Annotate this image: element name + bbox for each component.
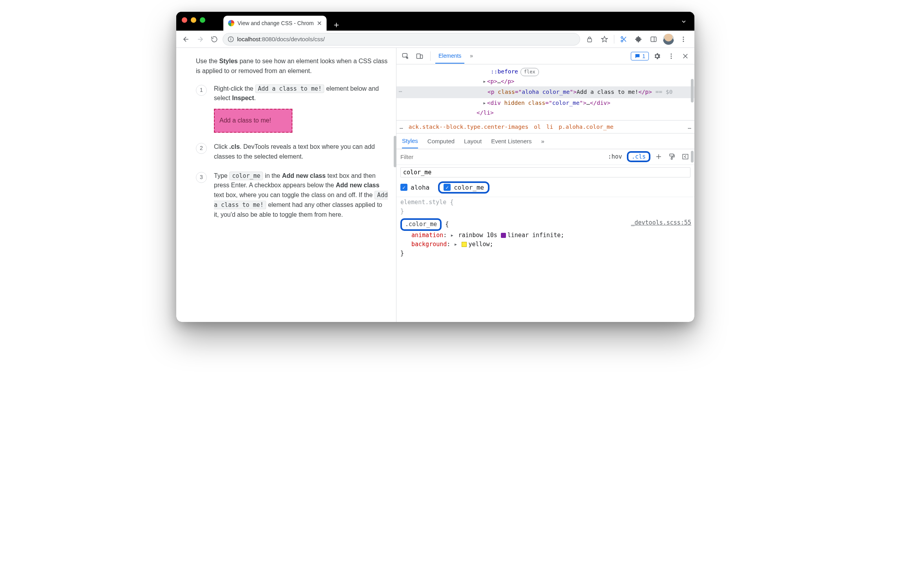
dom-scrollbar[interactable] xyxy=(691,65,694,118)
reload-button[interactable] xyxy=(208,33,220,45)
tab-more[interactable]: » xyxy=(541,138,544,144)
url-path: /docs/devtools/css/ xyxy=(275,36,325,42)
sidepanel-icon[interactable] xyxy=(648,34,659,45)
styles-filter-input[interactable] xyxy=(399,152,603,162)
titlebar: View and change CSS - Chrom ✕ ＋ xyxy=(176,12,694,31)
tab-layout[interactable]: Layout xyxy=(464,138,482,144)
close-window-button[interactable] xyxy=(182,17,187,23)
selected-dom-node[interactable]: <p class="aloha color_me">Add a class to… xyxy=(396,86,694,98)
back-button[interactable] xyxy=(180,33,192,45)
url-port: :8080 xyxy=(260,36,275,42)
styles-scrollbar[interactable] xyxy=(691,151,694,163)
url-host: localhost xyxy=(237,36,260,42)
tab-computed[interactable]: Computed xyxy=(427,138,455,144)
svg-rect-5 xyxy=(588,38,592,42)
address-bar[interactable]: localhost:8080/docs/devtools/css/ xyxy=(223,33,580,46)
svg-point-4 xyxy=(231,38,231,38)
color-swatch-icon[interactable] xyxy=(462,242,467,247)
kebab-icon[interactable] xyxy=(665,50,677,62)
kebab-menu-icon[interactable] xyxy=(678,34,689,45)
add-class-input[interactable] xyxy=(400,167,690,177)
hov-button[interactable]: :hov xyxy=(606,152,624,161)
profile-avatar[interactable] xyxy=(663,34,674,45)
window-controls xyxy=(182,17,205,23)
demo-element[interactable]: Add a class to me! xyxy=(214,109,292,133)
svg-point-19 xyxy=(671,53,672,55)
forward-button[interactable] xyxy=(194,33,206,45)
info-icon xyxy=(228,36,234,42)
class-toggle-aloha[interactable]: ✓ aloha xyxy=(400,184,429,191)
devtools-panel: Elements » 1 xyxy=(396,48,694,322)
dom-breadcrumb[interactable]: … ack.stack--block.type.center-images ol… xyxy=(396,120,694,133)
page-article: Use the Styles pane to see how an elemen… xyxy=(176,48,396,322)
crumb-item[interactable]: li xyxy=(546,124,553,130)
paint-icon[interactable] xyxy=(667,152,677,162)
styles-filter-row: :hov .cls xyxy=(396,149,694,165)
svg-rect-11 xyxy=(651,37,656,42)
zoom-window-button[interactable] xyxy=(200,17,205,23)
code-snippet: Add a class to me! xyxy=(255,84,325,93)
minimize-window-button[interactable] xyxy=(191,17,196,23)
svg-rect-17 xyxy=(417,54,420,58)
step-3: 3 Type color_me in the Add new class tex… xyxy=(196,171,388,220)
toolbar-right xyxy=(583,34,690,45)
chrome-favicon xyxy=(228,20,234,26)
cls-button[interactable]: .cls xyxy=(627,151,650,162)
tab-styles[interactable]: Styles xyxy=(402,137,418,148)
svg-rect-26 xyxy=(670,154,674,156)
rule-source-link[interactable]: _devtools.scss:55 xyxy=(631,218,691,227)
device-toggle-icon[interactable] xyxy=(414,50,425,62)
close-devtools-icon[interactable] xyxy=(679,50,691,62)
browser-tab[interactable]: View and change CSS - Chrom ✕ xyxy=(223,16,327,31)
style-rules[interactable]: element.style { } .color_me { _devtools.… xyxy=(396,197,694,261)
svg-rect-18 xyxy=(420,55,423,58)
svg-point-15 xyxy=(683,40,684,42)
tab-more[interactable]: » xyxy=(467,49,476,64)
add-rule-icon[interactable] xyxy=(654,152,664,162)
crumb-more-left[interactable]: … xyxy=(400,124,403,130)
new-tab-button[interactable]: ＋ xyxy=(331,19,342,31)
crumb-more-right[interactable]: … xyxy=(688,124,691,130)
svg-point-20 xyxy=(671,55,672,57)
share-icon[interactable] xyxy=(584,34,595,45)
inspect-icon[interactable] xyxy=(400,50,411,62)
tab-title: View and change CSS - Chrom xyxy=(237,20,314,26)
class-toggle-color-me[interactable]: ✓ color_me xyxy=(438,181,489,194)
close-tab-icon[interactable]: ✕ xyxy=(317,20,322,27)
class-toggles: ✓ aloha ✓ color_me xyxy=(396,180,694,197)
crumb-selected[interactable]: p.aloha.color_me xyxy=(559,124,614,130)
extensions-icon[interactable] xyxy=(633,34,644,45)
scissors-icon[interactable] xyxy=(618,34,629,45)
tab-event-listeners[interactable]: Event Listeners xyxy=(491,138,531,144)
crumb-item[interactable]: ack.stack--block.type.center-images xyxy=(409,124,529,130)
checkbox-checked-icon: ✓ xyxy=(444,184,451,191)
chevron-down-icon[interactable] xyxy=(678,16,690,27)
styles-subtabs: Styles Computed Layout Event Listeners » xyxy=(396,133,694,149)
add-class-row xyxy=(396,165,694,180)
tab-elements[interactable]: Elements xyxy=(435,49,464,64)
devtools-toolbar: Elements » 1 xyxy=(396,48,694,64)
rule-selector-color-me[interactable]: .color_me xyxy=(400,218,442,230)
gear-icon[interactable] xyxy=(651,50,663,62)
ellipsis-icon[interactable]: ⋯ xyxy=(399,87,403,96)
step-number: 1 xyxy=(196,85,207,96)
step-number: 3 xyxy=(196,172,207,183)
step-2: 2 Click .cls. DevTools reveals a text bo… xyxy=(196,142,388,162)
checkbox-checked-icon: ✓ xyxy=(400,184,407,191)
code-snippet: color_me xyxy=(229,172,263,180)
issues-button[interactable]: 1 xyxy=(631,52,649,60)
flex-badge[interactable]: flex xyxy=(520,68,539,76)
svg-point-14 xyxy=(683,38,684,40)
computed-pane-icon[interactable] xyxy=(680,152,690,162)
crumb-item[interactable]: ol xyxy=(534,124,541,130)
svg-point-13 xyxy=(683,37,684,38)
dom-tree[interactable]: ⋯ ::beforeflex ▸<p>…</p> <p class="aloha… xyxy=(396,64,694,120)
svg-rect-28 xyxy=(683,154,688,159)
easing-swatch-icon[interactable] xyxy=(501,233,506,238)
toolbar: localhost:8080/docs/devtools/css/ xyxy=(176,31,694,48)
content-area: Use the Styles pane to see how an elemen… xyxy=(176,48,694,322)
svg-point-8 xyxy=(621,40,623,42)
browser-window: View and change CSS - Chrom ✕ ＋ localhos… xyxy=(176,12,694,322)
svg-rect-27 xyxy=(671,158,672,159)
star-icon[interactable] xyxy=(599,34,610,45)
